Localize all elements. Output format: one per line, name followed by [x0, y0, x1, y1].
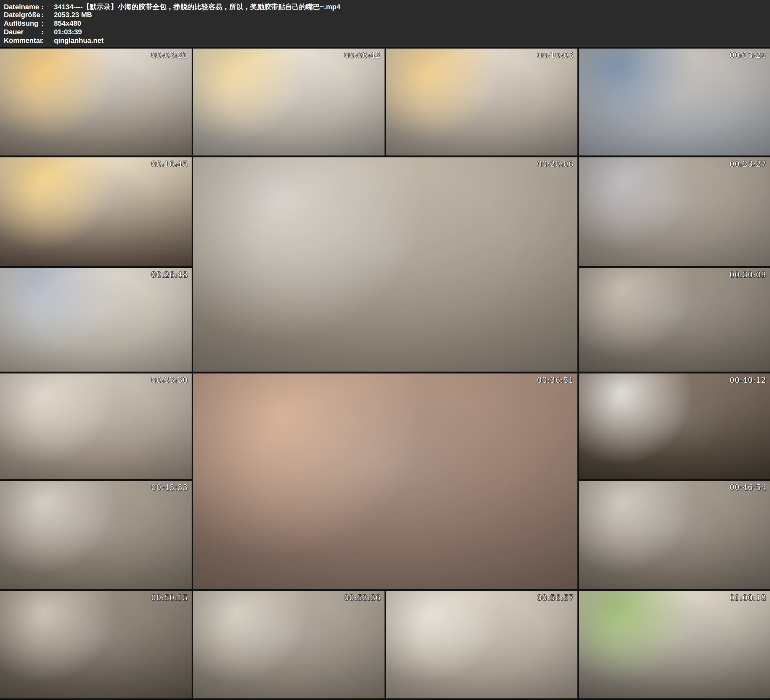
filename-value: 34134----【默示录】小海的胶带全包，挣脱的比较容易，所以，奖励胶带贴自己…: [54, 2, 770, 12]
video-thumbnail: 01:00:18: [579, 591, 770, 698]
video-thumbnail: 00:03:21: [0, 49, 192, 156]
meta-separator: :: [41, 37, 54, 45]
video-thumbnail: 00:43:33: [0, 481, 192, 589]
meta-label: Dateiname: [4, 3, 41, 11]
timestamp-overlay: 00:10:03: [537, 51, 574, 60]
video-thumbnail: 00:23:27: [579, 157, 770, 266]
meta-separator: :: [41, 3, 54, 11]
duration-value: 01:03:39: [54, 28, 770, 36]
comment-value: qinglanhua.net: [54, 37, 770, 45]
video-thumbnail: 00:30:09: [579, 268, 770, 371]
video-thumbnail: 00:13:24: [579, 49, 770, 156]
timestamp-overlay: 00:16:45: [151, 160, 188, 169]
timestamp-overlay: 00:53:36: [344, 593, 381, 602]
meta-row-resolution: Auflösung : 854x480: [4, 19, 770, 28]
video-thumbnail: 00:40:12: [579, 373, 770, 479]
thumbnail-grid: 00:03:21 00:06:42 00:10:03 00:13:24 00:1…: [0, 49, 770, 698]
video-thumbnail: 00:33:30: [0, 373, 192, 479]
video-thumbnail-large: 00:36:51: [193, 373, 578, 589]
meta-separator: :: [41, 11, 54, 19]
video-thumbnail: 00:16:45: [0, 157, 192, 266]
timestamp-overlay: 00:43:33: [151, 483, 188, 492]
timestamp-overlay: 00:03:21: [151, 51, 188, 60]
timestamp-overlay: 00:13:24: [730, 51, 766, 60]
timestamp-overlay: 00:40:12: [730, 376, 766, 385]
timestamp-overlay: 00:26:48: [151, 271, 188, 279]
timestamp-overlay: 00:23:27: [730, 160, 766, 169]
timestamp-overlay: 00:50:15: [151, 593, 188, 602]
meta-label: Auflösung: [4, 19, 41, 28]
meta-separator: :: [41, 28, 54, 36]
video-thumbnail: 00:10:03: [386, 49, 578, 156]
meta-label: Kommentar: [4, 37, 41, 45]
video-thumbnail: 00:46:54: [579, 481, 770, 589]
meta-row-comment: Kommentar : qinglanhua.net: [4, 37, 770, 45]
filesize-value: 2053.23 MB: [54, 11, 770, 19]
video-thumbnail: 00:06:42: [193, 49, 385, 156]
timestamp-overlay: 00:46:54: [730, 483, 766, 492]
timestamp-overlay: 00:36:51: [537, 376, 574, 385]
timestamp-overlay: 00:56:57: [537, 593, 574, 602]
timestamp-overlay: 00:33:30: [151, 376, 188, 385]
video-thumbnail: 00:50:15: [0, 591, 192, 698]
meta-label: Dauer: [4, 28, 41, 36]
meta-row-filesize: Dateigröße : 2053.23 MB: [4, 11, 770, 19]
timestamp-overlay: 00:30:09: [730, 271, 766, 279]
video-thumbnail: 00:56:57: [386, 591, 578, 698]
meta-separator: :: [41, 19, 54, 28]
video-thumbnail: 00:53:36: [193, 591, 385, 698]
meta-row-filename: Dateiname : 34134----【默示录】小海的胶带全包，挣脱的比较容…: [4, 2, 770, 11]
video-thumbnail: 00:26:48: [0, 268, 192, 371]
timestamp-overlay: 00:06:42: [344, 51, 381, 60]
timestamp-overlay: 00:20:06: [537, 160, 574, 169]
resolution-value: 854x480: [54, 19, 770, 28]
timestamp-overlay: 01:00:18: [730, 593, 766, 602]
video-thumbnail-large: 00:20:06: [193, 157, 578, 371]
meta-row-duration: Dauer : 01:03:39: [4, 28, 770, 37]
metadata-header: Dateiname : 34134----【默示录】小海的胶带全包，挣脱的比较容…: [0, 0, 770, 47]
meta-label: Dateigröße: [4, 11, 41, 19]
